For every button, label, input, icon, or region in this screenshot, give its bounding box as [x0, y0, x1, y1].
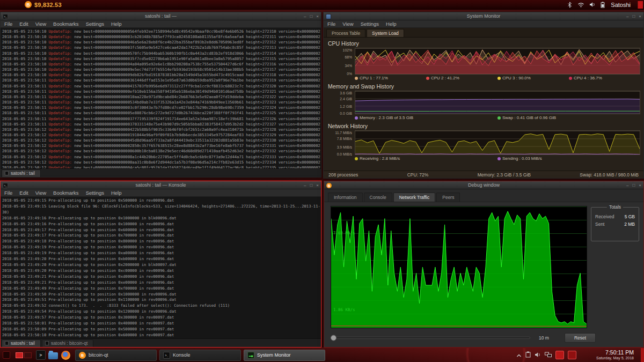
titlebar[interactable]: B Debug window – □ × — [324, 181, 643, 189]
terminal-tab-satoshi-bitcoin-qt[interactable]: satoshi : bitcoin-qt — [42, 339, 94, 347]
log-line: 2018-05-05 23:49:18 Pre-allocating up to… — [2, 239, 321, 245]
minimize-button[interactable]: – — [304, 14, 306, 19]
wifi-icon[interactable] — [577, 2, 584, 8]
menu-item-view[interactable]: View — [35, 21, 46, 27]
volume-icon[interactable] — [589, 2, 596, 8]
menu-item-settings[interactable]: Settings — [86, 190, 104, 196]
tab-system-load[interactable]: System Load — [367, 29, 404, 37]
menu-item-settings[interactable]: Settings — [361, 21, 379, 27]
terminal-launcher-icon[interactable]: > — [36, 350, 46, 360]
tray-expander-icon[interactable] — [516, 350, 522, 360]
terminal-tab-icon — [5, 171, 9, 175]
menu-item-help[interactable]: Help — [386, 21, 397, 27]
tab-network-traffic[interactable]: Network Traffic — [393, 193, 436, 202]
maximize-button[interactable]: □ — [310, 14, 312, 19]
app-launcher-icon[interactable] — [2, 350, 11, 360]
slider-handle[interactable] — [331, 335, 336, 341]
close-button[interactable]: × — [316, 183, 319, 188]
minimize-button[interactable]: – — [626, 183, 628, 188]
log-line: 2018-05-05 23:50:10 UpdateTip: new best=… — [2, 72, 321, 78]
close-button[interactable]: × — [639, 14, 641, 19]
menu-item-settings[interactable]: Settings — [86, 21, 104, 27]
volume-icon[interactable] — [535, 350, 541, 360]
panel-hide-button[interactable] — [638, 1, 643, 9]
menu-item-edit[interactable]: Edit — [19, 190, 28, 196]
menu-item-edit[interactable]: Edit — [19, 21, 28, 27]
clock[interactable]: 7:50:11 PM Saturday, May 5, 2018 — [584, 350, 634, 360]
notification-indicator-icon[interactable] — [555, 351, 564, 359]
reset-button[interactable]: Reset — [565, 333, 596, 343]
log-line: 2018-05-05 23:50:12 UpdateTip: new best=… — [2, 154, 321, 160]
status-indicator-icon[interactable] — [568, 351, 576, 359]
clipboard-icon[interactable] — [525, 350, 531, 360]
window-title: System Monitor — [467, 13, 501, 19]
menu-bar: FileViewSettingsHelp — [324, 20, 643, 28]
maximize-button[interactable]: □ — [310, 183, 312, 188]
log-line: 2018-05-05 23:49:21 Pre-allocating up to… — [2, 280, 321, 286]
titlebar[interactable]: System Monitor – □ × — [324, 12, 643, 20]
tab-console[interactable]: Console — [364, 193, 392, 202]
traffic-controls: 10 m Reset — [331, 333, 639, 343]
menu-item-bookmarks[interactable]: Bookmarks — [53, 21, 79, 27]
log-line: 2018-05-05 23:50:12 UpdateTip: new best=… — [2, 143, 321, 149]
tab-peers[interactable]: Peers — [436, 193, 460, 202]
system-tray: 7:50:11 PM Saturday, May 5, 2018 — [516, 348, 644, 362]
bitcoin-price: $9,832.53 — [34, 2, 62, 8]
log-line: 2018-05-05 23:50:10 UpdateTip: new best=… — [2, 51, 321, 56]
minimize-button[interactable]: – — [626, 14, 628, 19]
menu-item-file[interactable]: File — [4, 21, 12, 27]
menu-item-file[interactable]: File — [4, 190, 12, 196]
tab-process-table[interactable]: Process Table — [326, 29, 365, 37]
time-range-slider[interactable] — [331, 337, 530, 339]
network-icon[interactable] — [545, 350, 552, 360]
log-line: 2018-05-05 23:50:11 UpdateTip: new best=… — [2, 78, 321, 83]
menu-item-file[interactable]: File — [327, 21, 335, 27]
log-line: 2018-05-05 23:49:52 connect() to 173. . … — [2, 303, 321, 309]
log-line: 2018-05-05 23:50:09 Pre-allocating up to… — [2, 327, 321, 333]
log-line: 2018-05-05 23:49:51 Pre-allocating up to… — [2, 297, 321, 303]
terminal-tab-satoshi-tail[interactable]: satoshi : tail — [2, 339, 41, 347]
traffic-scale-label-bottom: 1.86 KB/s — [333, 307, 355, 312]
totals-row-received: Received5 GB — [591, 213, 639, 220]
cpu-history-section: CPU History 102%68%34%0% CPU 1 : 77.1%CP… — [327, 40, 640, 80]
titlebar[interactable]: >_ satoshi : tail — – □ × — [1, 12, 321, 20]
log-line: 2018-05-05 23:50:12 UpdateTip: new best=… — [2, 160, 321, 165]
window-title: Debug window — [468, 182, 500, 188]
log-line: 2018-05-05 23:49:49 Pre-allocating up to… — [2, 286, 321, 292]
close-button[interactable]: × — [316, 14, 319, 19]
menu-item-help[interactable]: Help — [111, 21, 122, 27]
menu-item-view[interactable]: View — [342, 21, 353, 27]
menu-bar: FileEditViewBookmarksSettingsHelp — [1, 20, 321, 28]
virtual-desktop-pager[interactable] — [16, 352, 32, 358]
terminal-tab-satoshi-tail[interactable]: satoshi : tail — [2, 169, 41, 177]
menu-item-help[interactable]: Help — [111, 190, 122, 196]
maximize-button[interactable]: □ — [632, 183, 635, 188]
log-line: 2018-05-05 23:50:10 UpdateTip: new best=… — [2, 34, 321, 40]
konsole-top-log[interactable]: 2018-05-05 23:50:10 UpdateTip: new best=… — [1, 28, 321, 168]
desktop-1[interactable] — [16, 352, 23, 358]
statusbar-item: Memory: 2.3 GiB / 3.5 GiB — [478, 172, 531, 178]
taskbar-button-konsole[interactable]: >_Konsole — [159, 350, 241, 361]
konsole-bottom-log[interactable]: 2018-05-05 23:49:15 Pre-allocating up to… — [1, 197, 321, 338]
titlebar[interactable]: >_ satoshi : tail — Konsole – □ × — [1, 181, 321, 189]
terminal-tab-icon — [5, 341, 9, 345]
battery-icon[interactable] — [601, 2, 605, 8]
tab-information[interactable]: Information — [328, 193, 363, 202]
taskbar-button-bitcoin-qt[interactable]: Bbitcoin-qt — [75, 350, 157, 361]
bluetooth-icon[interactable] — [567, 2, 573, 8]
legend-item: Memory : 2.3 GiB of 3.5 GiB — [355, 115, 497, 120]
menu-item-view[interactable]: View — [35, 190, 46, 196]
desktop-2[interactable] — [24, 352, 32, 358]
close-button[interactable]: × — [639, 183, 641, 188]
panel-edge-button[interactable] — [641, 348, 644, 362]
bitcoin-icon: B — [79, 352, 86, 359]
taskbar-button-system-monitor[interactable]: ▂▄System Monitor — [244, 350, 325, 361]
firefox-icon[interactable] — [61, 350, 70, 360]
system-monitor-body: Process TableSystem Load CPU History 102… — [324, 28, 643, 178]
legend-item: CPU 3 : 90.0% — [497, 76, 569, 80]
log-line: 2018-05-05 23:50:12 UpdateTip: new best=… — [2, 149, 321, 154]
minimize-button[interactable]: – — [304, 183, 306, 188]
file-manager-icon[interactable] — [48, 350, 58, 360]
maximize-button[interactable]: □ — [632, 14, 635, 19]
menu-item-bookmarks[interactable]: Bookmarks — [53, 190, 79, 196]
